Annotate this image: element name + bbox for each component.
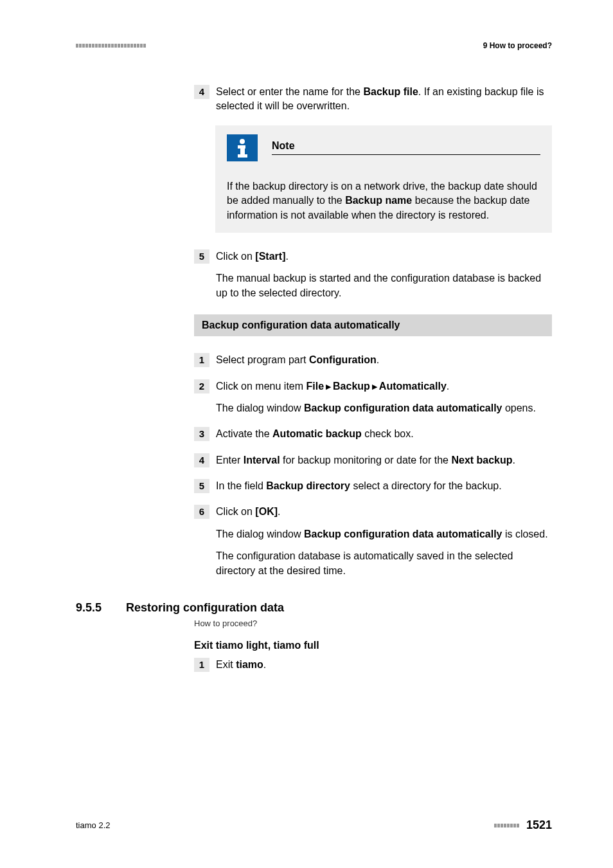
step-number: 2 — [194, 379, 209, 393]
footer-right: 1521 — [494, 818, 552, 832]
text-run: is closed. — [502, 529, 547, 539]
step-number: 3 — [194, 427, 209, 441]
info-icon — [227, 134, 258, 161]
text-bold: Backup directory — [266, 480, 350, 491]
step-text: In the field Backup directory select a d… — [216, 479, 552, 493]
text-run: Click on — [216, 251, 255, 262]
text-bold: Configuration — [309, 354, 377, 365]
list-item: 6 Click on [OK]. The dialog window Backu… — [194, 505, 552, 578]
procedure-heading: Backup configuration data automatically — [194, 314, 552, 336]
list-item: 3 Activate the Automatic backup check bo… — [194, 427, 552, 441]
step-text: Click on [OK]. The dialog window Backup … — [216, 505, 552, 578]
text-paragraph: The manual backup is started and the con… — [216, 271, 552, 300]
text-run: for backup monitoring or date for the — [280, 455, 452, 466]
content-area: 4 Select or enter the name for the Backu… — [194, 85, 552, 578]
list-item: 4 Select or enter the name for the Backu… — [194, 85, 552, 114]
step-text: Exit tiamo. — [216, 658, 552, 672]
text-run: . — [513, 455, 515, 466]
text-bold: Backup configuration data automatically — [304, 402, 502, 413]
step-number: 1 — [194, 658, 209, 672]
section-heading-row: 9.5.5 Restoring configuration data — [76, 601, 552, 615]
note-body: If the backup directory is on a network … — [227, 179, 540, 222]
text-run: opens. — [502, 402, 535, 413]
page-container: 9 How to proceed? 4 Select or enter the … — [0, 0, 613, 868]
text-run: The dialog window — [216, 529, 304, 539]
text-bold: [Start] — [255, 251, 285, 262]
text-run: . — [278, 506, 280, 517]
text-run: Exit — [216, 659, 236, 670]
text-bold: [OK] — [255, 506, 278, 517]
step-text: Select or enter the name for the Backup … — [216, 85, 552, 114]
content-area: Exit tiamo light, tiamo full 1 Exit tiam… — [194, 640, 552, 672]
step-number: 1 — [194, 353, 209, 367]
section-title: Restoring configuration data — [126, 601, 284, 615]
header-decoration-left — [76, 44, 147, 48]
note-callout: Note If the backup directory is on a net… — [215, 125, 552, 233]
text-run: select a directory for the backup. — [350, 480, 502, 491]
text-bold: Backup configuration data automatically — [304, 529, 502, 539]
footer-product: tiamo 2.2 — [76, 820, 110, 830]
step-text: Click on menu item File▶Backup▶Automatic… — [216, 379, 552, 416]
header-section-label: 9 How to proceed? — [483, 41, 552, 50]
step-text: Enter Interval for backup monitoring or … — [216, 453, 552, 467]
step-text: Click on [Start]. The manual backup is s… — [216, 249, 552, 300]
page-number: 1521 — [526, 818, 552, 832]
note-title-row: Note — [272, 140, 540, 155]
text-run: . — [263, 659, 266, 670]
step-number: 5 — [194, 249, 209, 264]
note-title: Note — [272, 140, 295, 151]
text-bold: Backup name — [345, 195, 412, 206]
step-number: 4 — [194, 453, 209, 467]
text-bold: Automatic backup — [272, 428, 362, 439]
list-item: 2 Click on menu item File▶Backup▶Automat… — [194, 379, 552, 416]
text-bold: tiamo — [236, 659, 263, 670]
svg-rect-2 — [240, 145, 245, 156]
triangle-icon: ▶ — [326, 382, 331, 392]
section-number: 9.5.5 — [76, 601, 102, 615]
list-item: 1 Select program part Configuration. — [194, 353, 552, 367]
text-bold: Backup file — [363, 86, 418, 97]
svg-rect-3 — [238, 154, 247, 158]
text-run: check box. — [362, 428, 414, 439]
step-number: 6 — [194, 505, 209, 519]
page-footer: tiamo 2.2 1521 — [76, 818, 552, 832]
text-bold: Interval — [244, 455, 280, 466]
text-run: The dialog window — [216, 402, 304, 413]
menu-path: File — [306, 381, 324, 392]
svg-point-0 — [240, 139, 245, 144]
menu-path: Automatically — [379, 381, 447, 392]
text-run: . — [377, 354, 379, 365]
list-item: 4 Enter Interval for backup monitoring o… — [194, 453, 552, 467]
text-run: Select program part — [216, 354, 309, 365]
list-item: 1 Exit tiamo. — [194, 658, 552, 672]
step-text: Activate the Automatic backup check box. — [216, 427, 552, 441]
footer-decoration — [494, 824, 520, 827]
triangle-icon: ▶ — [372, 382, 377, 392]
list-item: 5 Click on [Start]. The manual backup is… — [194, 249, 552, 300]
text-run: Enter — [216, 455, 244, 466]
text-run: . — [285, 251, 288, 262]
step-text: Select program part Configuration. — [216, 353, 552, 367]
step-number: 4 — [194, 85, 209, 99]
text-run: In the field — [216, 480, 266, 491]
menu-path: Backup — [333, 381, 370, 392]
note-header: Note — [227, 134, 540, 161]
text-run: Select or enter the name for the — [216, 86, 363, 97]
text-run: Click on — [216, 506, 255, 517]
list-item: 5 In the field Backup directory select a… — [194, 479, 552, 493]
text-run: Click on menu item — [216, 381, 306, 392]
procedure-subheading: Exit tiamo light, tiamo full — [194, 640, 552, 651]
text-paragraph: The configuration database is automatica… — [216, 549, 552, 578]
section-subtitle: How to proceed? — [194, 619, 552, 628]
text-bold: Next backup — [451, 455, 512, 466]
step-number: 5 — [194, 479, 209, 493]
page-header: 9 How to proceed? — [76, 41, 552, 50]
text-run: Activate the — [216, 428, 272, 439]
text-run: . — [447, 381, 449, 392]
